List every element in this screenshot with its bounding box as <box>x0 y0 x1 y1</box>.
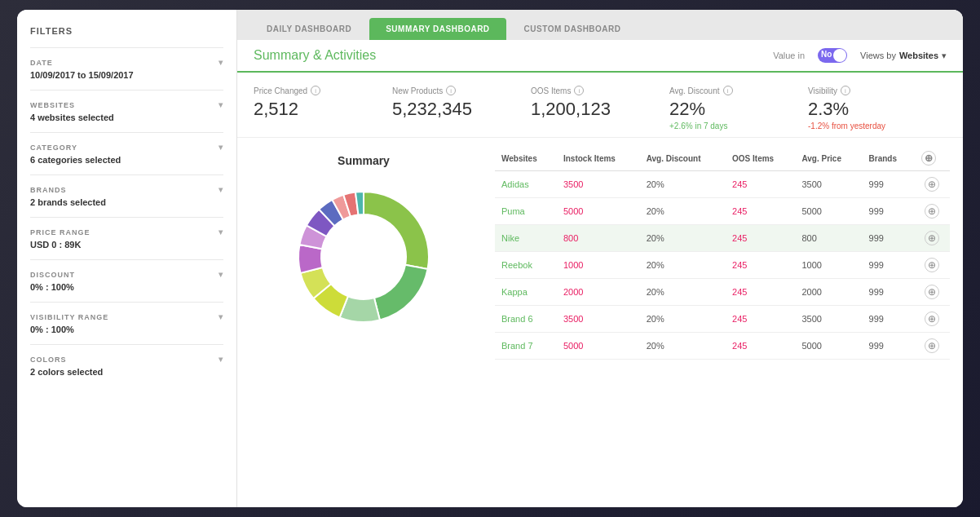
chevron-icon-colors: ▾ <box>219 355 223 364</box>
expand-icon-1[interactable]: ⊕ <box>925 204 939 219</box>
filter-label-category: CATEGORY ▾ <box>30 143 223 152</box>
filter-value-discount: 0% : 100% <box>30 282 223 292</box>
stat-value-0: 2,512 <box>254 99 384 120</box>
stat-sub-4: -1.2% from yesterday <box>808 122 938 130</box>
cell-discount-3: 20% <box>640 252 726 279</box>
table-row: Brand 7 5000 20% 245 5000 999 ⊕ <box>495 333 950 360</box>
stat-label-3: Avg. Discount i <box>669 86 800 95</box>
views-by-dropdown[interactable]: Views by Websites ▾ <box>860 51 947 61</box>
cell-expand-6[interactable]: ⊕ <box>915 333 950 360</box>
info-icon-0: i <box>311 86 320 95</box>
col-header-websites: Websites <box>495 146 557 171</box>
filter-price-range[interactable]: PRICE RANGE ▾ USD 0 : 89K <box>30 217 223 259</box>
table-row: Nike 800 20% 245 800 999 ⊕ <box>495 225 950 252</box>
info-icon-3: i <box>723 86 733 95</box>
cell-instock-1: 5000 <box>557 198 640 225</box>
filter-date[interactable]: DATE ▾ 10/09/2017 to 15/09/2017 <box>30 47 223 90</box>
cell-price-2: 800 <box>795 225 862 252</box>
filter-value-visibility-range: 0% : 100% <box>30 325 223 334</box>
expand-icon-2[interactable]: ⊕ <box>925 231 939 245</box>
expand-icon-3[interactable]: ⊕ <box>925 258 939 272</box>
col-header-avg_discount: Avg. Discount <box>640 146 726 171</box>
cell-website-0[interactable]: Adidas <box>495 171 557 198</box>
filter-label-price-range: PRICE RANGE ▾ <box>30 228 223 236</box>
filter-discount[interactable]: DISCOUNT ▾ 0% : 100% <box>30 259 223 302</box>
stat-value-3: 22% <box>669 99 800 120</box>
tab-summary[interactable]: SUMMARY DASHBOARD <box>369 18 505 40</box>
cell-expand-0[interactable]: ⊕ <box>915 171 950 198</box>
col-header-instock: Instock Items <box>557 146 640 171</box>
cell-website-4[interactable]: Kappa <box>495 279 557 306</box>
col-header-oos: OOS Items <box>726 146 795 171</box>
cell-website-3[interactable]: Reebok <box>495 252 557 279</box>
table-row: Brand 6 3500 20% 245 3500 999 ⊕ <box>495 306 950 333</box>
info-icon-4: i <box>841 86 850 95</box>
cell-website-6[interactable]: Brand 7 <box>495 333 557 360</box>
expand-icon-6[interactable]: ⊕ <box>925 338 939 353</box>
filter-brands[interactable]: BRANDS ▾ 2 brands selected <box>30 175 223 217</box>
cell-instock-6: 5000 <box>557 333 640 360</box>
cell-website-2[interactable]: Nike <box>495 225 557 252</box>
filter-value-brands: 2 brands selected <box>30 197 223 207</box>
filter-category[interactable]: CATEGORY ▾ 6 categories selected <box>30 132 223 175</box>
info-icon-1: i <box>446 86 456 95</box>
tab-custom[interactable]: CUSTOM DASHBOARD <box>508 18 638 40</box>
cell-oos-0: 245 <box>726 171 795 198</box>
cell-discount-5: 20% <box>640 306 726 333</box>
cell-discount-0: 20% <box>640 171 726 198</box>
cell-brands-6: 999 <box>863 333 915 360</box>
cell-price-6: 5000 <box>795 333 862 360</box>
filter-value-colors: 2 colors selected <box>30 367 223 377</box>
cell-expand-2[interactable]: ⊕ <box>915 225 950 252</box>
chevron-icon-brands: ▾ <box>219 185 223 194</box>
cell-expand-1[interactable]: ⊕ <box>915 198 950 225</box>
stat-label-0: Price Changed i <box>254 86 384 95</box>
stat-4: Visibility i 2.3% -1.2% from yesterday <box>808 86 947 130</box>
cell-discount-4: 20% <box>640 279 726 306</box>
cell-oos-4: 245 <box>726 279 795 306</box>
cell-price-3: 1000 <box>795 252 862 279</box>
expand-icon-0[interactable]: ⊕ <box>925 177 939 192</box>
filter-value-category: 6 categories selected <box>30 155 223 165</box>
summary-table: WebsitesInstock ItemsAvg. DiscountOOS It… <box>495 146 950 360</box>
chevron-icon-discount: ▾ <box>219 270 223 279</box>
cell-website-1[interactable]: Puma <box>495 198 557 225</box>
page-title: Summary & Activities <box>254 48 376 63</box>
cell-expand-3[interactable]: ⊕ <box>915 252 950 279</box>
tab-daily[interactable]: DAILY DASHBOARD <box>250 18 368 40</box>
chevron-icon-price-range: ▾ <box>219 228 223 236</box>
cell-oos-1: 245 <box>726 198 795 225</box>
chevron-icon-visibility-range: ▾ <box>219 312 223 321</box>
chevron-icon-category: ▾ <box>219 143 223 152</box>
chevron-down-icon: ▾ <box>942 51 947 61</box>
stat-1: New Products i 5,232,345 <box>392 86 531 130</box>
value-toggle[interactable]: No <box>818 48 847 63</box>
toggle-label: No <box>821 50 832 59</box>
toggle-container[interactable]: No <box>818 48 847 63</box>
expand-icon-4[interactable]: ⊕ <box>925 285 939 299</box>
sidebar: FILTERS DATE ▾ 10/09/2017 to 15/09/2017 … <box>17 10 237 507</box>
filter-colors[interactable]: COLORS ▾ 2 colors selected <box>30 344 223 387</box>
stat-value-1: 5,232,345 <box>392 99 523 120</box>
cell-expand-5[interactable]: ⊕ <box>915 306 950 333</box>
body-section: Summary WebsitesInstock ItemsAvg. Discou… <box>237 138 963 368</box>
cell-expand-4[interactable]: ⊕ <box>915 279 950 306</box>
filter-label-date: DATE ▾ <box>30 58 223 67</box>
filter-visibility-range[interactable]: VISIBILITY RANGE ▾ 0% : 100% <box>30 302 223 344</box>
table-section: WebsitesInstock ItemsAvg. DiscountOOS It… <box>482 146 963 360</box>
cell-brands-2: 999 <box>863 225 915 252</box>
filter-value-websites: 4 websites selected <box>30 113 223 122</box>
add-column-icon[interactable]: ⊕ <box>921 151 936 166</box>
app-container: FILTERS DATE ▾ 10/09/2017 to 15/09/2017 … <box>17 10 963 507</box>
cell-price-5: 3500 <box>795 306 862 333</box>
filter-websites[interactable]: WEBSITES ▾ 4 websites selected <box>30 90 223 132</box>
cell-brands-4: 999 <box>863 279 915 306</box>
expand-icon-5[interactable]: ⊕ <box>925 312 939 326</box>
content-header: Summary & Activities Value in No Views b… <box>237 40 963 73</box>
donut-segment-1 <box>374 265 428 320</box>
cell-brands-1: 999 <box>863 198 915 225</box>
value-in-label: Value in <box>773 51 805 60</box>
cell-instock-3: 1000 <box>557 252 640 279</box>
cell-website-5[interactable]: Brand 6 <box>495 306 557 333</box>
filter-label-discount: DISCOUNT ▾ <box>30 270 223 279</box>
